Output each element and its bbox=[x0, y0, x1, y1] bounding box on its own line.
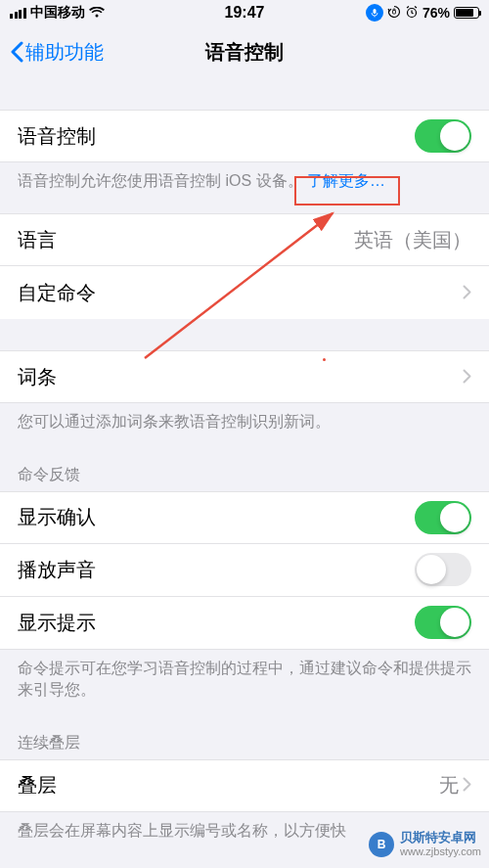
chevron-left-icon bbox=[10, 41, 23, 63]
status-time: 19:47 bbox=[225, 4, 265, 22]
play-sound-switch[interactable] bbox=[415, 553, 471, 586]
language-label: 语言 bbox=[18, 227, 57, 253]
group-command-feedback: 命令反馈 显示确认 播放声音 显示提示 命令提示可在您学习语音控制的过程中，通过… bbox=[0, 465, 489, 702]
battery-percentage: 76% bbox=[422, 5, 450, 21]
show-hint-label: 显示提示 bbox=[18, 610, 96, 636]
chevron-right-icon bbox=[463, 366, 471, 388]
chevron-right-icon bbox=[463, 774, 471, 797]
signal-icon bbox=[10, 8, 26, 19]
watermark-sub: www.zjbstyy.com bbox=[400, 845, 481, 858]
show-confirm-switch[interactable] bbox=[415, 501, 471, 534]
wifi-icon bbox=[89, 5, 105, 22]
entries-label: 词条 bbox=[18, 364, 57, 390]
voice-control-footer: 语音控制允许您使用语音控制 iOS 设备。 了解更多… bbox=[0, 162, 489, 192]
language-cell[interactable]: 语言 英语（美国） bbox=[0, 213, 489, 266]
status-bar: 中国移动 19:47 76% bbox=[0, 0, 489, 25]
watermark: B 贝斯特安卓网 www.zjbstyy.com bbox=[369, 830, 481, 858]
group-entries: 词条 您可以通过添加词条来教语音控制识别新词。 bbox=[0, 350, 489, 433]
play-sound-label: 播放声音 bbox=[18, 557, 96, 583]
show-confirm-label: 显示确认 bbox=[18, 504, 96, 530]
group-voice-control: 语音控制 语音控制允许您使用语音控制 iOS 设备。 了解更多… bbox=[0, 110, 489, 192]
svg-rect-0 bbox=[373, 9, 376, 14]
watermark-logo-icon: B bbox=[369, 832, 394, 857]
entries-footer: 您可以通过添加词条来教语音控制识别新词。 bbox=[0, 403, 489, 433]
voice-control-label: 语音控制 bbox=[18, 123, 96, 150]
battery-icon bbox=[454, 7, 479, 19]
show-hint-cell[interactable]: 显示提示 bbox=[0, 597, 489, 650]
alarm-icon bbox=[405, 5, 419, 22]
play-sound-cell[interactable]: 播放声音 bbox=[0, 544, 489, 597]
command-feedback-header: 命令反馈 bbox=[0, 465, 489, 491]
carrier-label: 中国移动 bbox=[30, 4, 85, 22]
voice-control-cell[interactable]: 语音控制 bbox=[0, 110, 489, 162]
nav-bar: 辅助功能 语音控制 bbox=[0, 25, 489, 78]
language-value: 英语（美国） bbox=[354, 227, 471, 253]
watermark-main: 贝斯特安卓网 bbox=[400, 830, 481, 845]
status-left: 中国移动 bbox=[10, 4, 105, 22]
command-feedback-footer: 命令提示可在您学习语音控制的过程中，通过建议命令和提供提示来引导您。 bbox=[0, 650, 489, 702]
entries-cell[interactable]: 词条 bbox=[0, 350, 489, 403]
status-right: 76% bbox=[366, 4, 479, 22]
group-language: 语言 英语（美国） 自定命令 bbox=[0, 213, 489, 319]
group-continuous-overlay: 连续叠层 叠层 无 叠层会在屏幕内容上显示编号或名称，以方便快 bbox=[0, 733, 489, 842]
learn-more-link[interactable]: 了解更多… bbox=[307, 172, 385, 189]
voice-control-indicator-icon bbox=[366, 4, 383, 22]
overlay-label: 叠层 bbox=[18, 772, 57, 799]
svg-rect-1 bbox=[392, 10, 395, 14]
chevron-right-icon bbox=[463, 282, 471, 304]
annotation-dot bbox=[323, 358, 326, 361]
show-confirm-cell[interactable]: 显示确认 bbox=[0, 491, 489, 544]
page-title: 语音控制 bbox=[205, 39, 284, 66]
custom-commands-label: 自定命令 bbox=[18, 280, 96, 306]
overlay-cell[interactable]: 叠层 无 bbox=[0, 759, 489, 812]
overlay-value: 无 bbox=[439, 772, 471, 799]
continuous-overlay-header: 连续叠层 bbox=[0, 733, 489, 759]
custom-commands-cell[interactable]: 自定命令 bbox=[0, 266, 489, 319]
show-hint-switch[interactable] bbox=[415, 606, 471, 639]
back-label: 辅助功能 bbox=[25, 39, 104, 66]
battery-fill bbox=[456, 9, 473, 17]
back-button[interactable]: 辅助功能 bbox=[10, 39, 104, 66]
voice-control-switch[interactable] bbox=[415, 119, 471, 153]
rotation-lock-icon bbox=[387, 5, 401, 22]
